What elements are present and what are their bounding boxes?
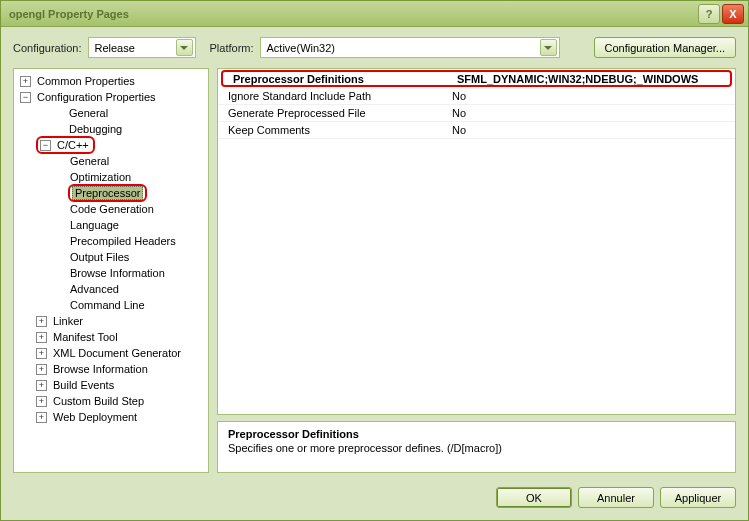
- help-icon: ?: [706, 8, 713, 20]
- tree-node-ccpp-general[interactable]: General: [14, 153, 208, 169]
- ok-button[interactable]: OK: [496, 487, 572, 508]
- collapse-icon[interactable]: −: [20, 92, 31, 103]
- configuration-value: Release: [95, 42, 172, 54]
- tree-node-xmldoc[interactable]: +XML Document Generator: [14, 345, 208, 361]
- tree-label: Language: [68, 219, 121, 231]
- tree-node-ccpp-pch[interactable]: Precompiled Headers: [14, 233, 208, 249]
- property-value[interactable]: No: [448, 124, 735, 136]
- tree-node-ccpp-output[interactable]: Output Files: [14, 249, 208, 265]
- expand-icon[interactable]: +: [36, 332, 47, 343]
- blank-icon: [52, 124, 63, 135]
- property-value[interactable]: No: [448, 107, 735, 119]
- tree-label: Precompiled Headers: [68, 235, 178, 247]
- tree-label: General: [67, 107, 110, 119]
- tree-node-ccpp-optimization[interactable]: Optimization: [14, 169, 208, 185]
- window-title: opengl Property Pages: [5, 8, 698, 20]
- tree-label: Linker: [51, 315, 85, 327]
- category-tree[interactable]: +Common Properties −Configuration Proper…: [13, 68, 209, 473]
- tree-label: Command Line: [68, 299, 147, 311]
- description-text: Specifies one or more preprocessor defin…: [228, 442, 725, 454]
- grid-row-keep-comments[interactable]: Keep Comments No: [218, 122, 735, 139]
- tree-node-linker[interactable]: +Linker: [14, 313, 208, 329]
- tree-label: XML Document Generator: [51, 347, 183, 359]
- property-value[interactable]: No: [448, 90, 735, 102]
- close-icon: X: [729, 8, 736, 20]
- expand-icon[interactable]: +: [36, 380, 47, 391]
- tree-label: Debugging: [67, 123, 124, 135]
- configuration-label: Configuration:: [13, 42, 82, 54]
- tree-node-common-properties[interactable]: +Common Properties: [14, 73, 208, 89]
- tree-label: Optimization: [68, 171, 133, 183]
- tree-node-debugging[interactable]: Debugging: [14, 121, 208, 137]
- tree-node-general[interactable]: General: [14, 105, 208, 121]
- property-pages-window: opengl Property Pages ? X Configuration:…: [0, 0, 749, 521]
- collapse-icon[interactable]: −: [40, 140, 51, 151]
- tree-node-ccpp-language[interactable]: Language: [14, 217, 208, 233]
- tree-label: Web Deployment: [51, 411, 139, 423]
- config-toolbar: Configuration: Release Platform: Active(…: [1, 27, 748, 68]
- close-button[interactable]: X: [722, 4, 744, 24]
- property-name: Ignore Standard Include Path: [218, 90, 448, 102]
- blank-icon: [52, 108, 63, 119]
- expand-icon[interactable]: +: [36, 348, 47, 359]
- expand-icon[interactable]: +: [20, 76, 31, 87]
- tree-label: Advanced: [68, 283, 121, 295]
- tree-label: C/C++: [55, 139, 91, 151]
- tree-label: Browse Information: [68, 267, 167, 279]
- description-panel: Preprocessor Definitions Specifies one o…: [217, 421, 736, 473]
- tree-node-browseinfo[interactable]: +Browse Information: [14, 361, 208, 377]
- tree-label: Output Files: [68, 251, 131, 263]
- tree-label: Build Events: [51, 379, 116, 391]
- tree-label: Manifest Tool: [51, 331, 120, 343]
- tree-node-ccpp-codegen[interactable]: Code Generation: [14, 201, 208, 217]
- apply-button[interactable]: Appliquer: [660, 487, 736, 508]
- cancel-button[interactable]: Annuler: [578, 487, 654, 508]
- property-value[interactable]: SFML_DYNAMIC;WIN32;NDEBUG;_WINDOWS: [453, 73, 730, 85]
- tree-node-ccpp-advanced[interactable]: Advanced: [14, 281, 208, 297]
- platform-label: Platform:: [210, 42, 254, 54]
- apply-label: Appliquer: [675, 492, 721, 504]
- platform-combo[interactable]: Active(Win32): [260, 37, 560, 58]
- platform-value: Active(Win32): [267, 42, 536, 54]
- help-button[interactable]: ?: [698, 4, 720, 24]
- tree-node-manifest[interactable]: +Manifest Tool: [14, 329, 208, 345]
- chevron-down-icon[interactable]: [540, 39, 557, 56]
- tree-node-ccpp-preprocessor[interactable]: Preprocessor: [14, 185, 208, 201]
- expand-icon[interactable]: +: [36, 364, 47, 375]
- configuration-manager-button[interactable]: Configuration Manager...: [594, 37, 736, 58]
- configuration-combo[interactable]: Release: [88, 37, 196, 58]
- configuration-manager-label: Configuration Manager...: [605, 42, 725, 54]
- property-name: Generate Preprocessed File: [218, 107, 448, 119]
- main-body: +Common Properties −Configuration Proper…: [1, 68, 748, 479]
- grid-row-preprocessor-definitions[interactable]: Preprocessor Definitions SFML_DYNAMIC;WI…: [221, 70, 732, 87]
- chevron-down-icon[interactable]: [176, 39, 193, 56]
- tree-label: Configuration Properties: [35, 91, 158, 103]
- titlebar-buttons: ? X: [698, 4, 744, 24]
- right-pane: Preprocessor Definitions SFML_DYNAMIC;WI…: [217, 68, 736, 473]
- dialog-footer: OK Annuler Appliquer: [1, 479, 748, 520]
- tree-node-configuration-properties[interactable]: −Configuration Properties: [14, 89, 208, 105]
- property-grid[interactable]: Preprocessor Definitions SFML_DYNAMIC;WI…: [217, 68, 736, 415]
- tree-node-buildevents[interactable]: +Build Events: [14, 377, 208, 393]
- tree-node-custombuild[interactable]: +Custom Build Step: [14, 393, 208, 409]
- expand-icon[interactable]: +: [36, 316, 47, 327]
- tree-label: Common Properties: [35, 75, 137, 87]
- titlebar[interactable]: opengl Property Pages ? X: [1, 1, 748, 27]
- tree-node-webdeploy[interactable]: +Web Deployment: [14, 409, 208, 425]
- description-title: Preprocessor Definitions: [228, 428, 725, 440]
- tree-label: Code Generation: [68, 203, 156, 215]
- property-name: Preprocessor Definitions: [223, 73, 453, 85]
- ok-label: OK: [526, 492, 542, 504]
- property-name: Keep Comments: [218, 124, 448, 136]
- tree-node-ccpp[interactable]: −C/C++: [14, 137, 208, 153]
- tree-label: Browse Information: [51, 363, 150, 375]
- tree-node-ccpp-browse[interactable]: Browse Information: [14, 265, 208, 281]
- tree-label: Custom Build Step: [51, 395, 146, 407]
- grid-row-generate-preprocessed[interactable]: Generate Preprocessed File No: [218, 105, 735, 122]
- tree-node-ccpp-cmdline[interactable]: Command Line: [14, 297, 208, 313]
- tree-label: Preprocessor: [72, 186, 143, 200]
- expand-icon[interactable]: +: [36, 412, 47, 423]
- expand-icon[interactable]: +: [36, 396, 47, 407]
- grid-row-ignore-std-include[interactable]: Ignore Standard Include Path No: [218, 88, 735, 105]
- cancel-label: Annuler: [597, 492, 635, 504]
